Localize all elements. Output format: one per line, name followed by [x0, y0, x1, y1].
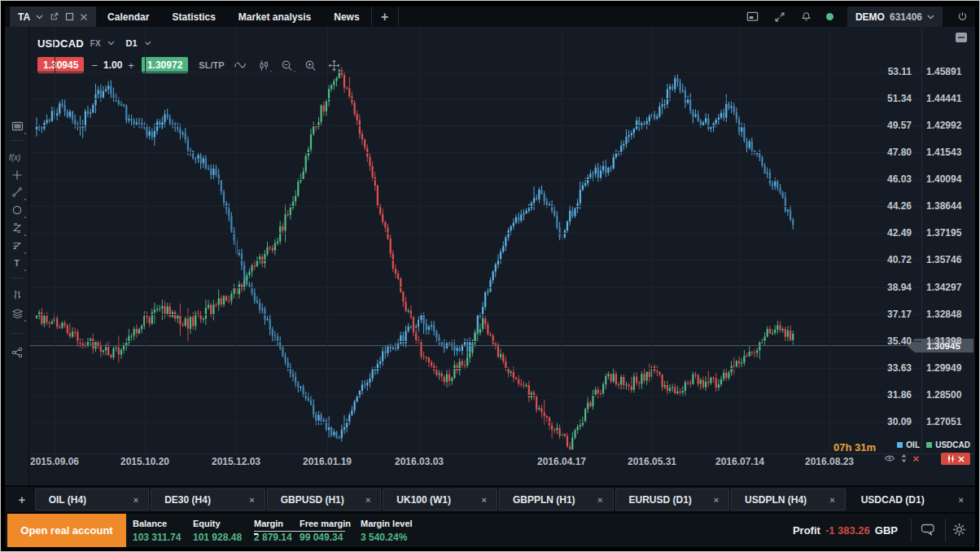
- top-tab-statistics[interactable]: Statistics: [160, 7, 226, 27]
- stat-value: 2 879.14: [254, 532, 292, 543]
- usdcad-axis-label: 1.38644: [926, 201, 961, 211]
- usdcad-axis-label: 1.41543: [926, 147, 961, 157]
- zoom-in-icon[interactable]: [303, 57, 319, 73]
- price-axis-line: [921, 27, 922, 453]
- pan-move-icon[interactable]: [326, 57, 343, 73]
- oil-axis-label: 44.26: [887, 201, 912, 211]
- text-tool-icon[interactable]: T: [7, 255, 27, 271]
- open-in-new-window-icon[interactable]: [49, 11, 59, 22]
- instrument-tab-de30-h4[interactable]: DE30 (H4)×: [151, 488, 265, 510]
- instrument-tab-usdpln-h4[interactable]: USDPLN (H4)×: [731, 488, 846, 510]
- account-number: 631406: [890, 11, 922, 23]
- legend-oil: OIL: [884, 440, 920, 464]
- stat-value: 103 311.74: [133, 532, 181, 543]
- close-chart-button[interactable]: [941, 453, 970, 465]
- top-tab-news[interactable]: News: [322, 7, 370, 27]
- eye-visibility-icon[interactable]: [884, 454, 895, 462]
- add-instrument-tab-button[interactable]: +: [10, 489, 34, 510]
- oil-axis-label: 38.94: [887, 283, 912, 292]
- crosshair-plus-icon[interactable]: [7, 167, 27, 183]
- fullscreen-icon[interactable]: [773, 11, 786, 24]
- share-icon[interactable]: [7, 344, 27, 361]
- volume-plus-button[interactable]: +: [128, 59, 134, 72]
- candlestick-chart: [29, 27, 975, 485]
- gridline-vertical: [562, 27, 562, 453]
- candle-countdown-timer: 07h 31m: [833, 441, 876, 453]
- candlestick-mode-icon[interactable]: [256, 57, 272, 73]
- usdcad-axis-label: 1.29949: [926, 363, 961, 373]
- chevron-down-icon[interactable]: [36, 15, 43, 20]
- workspace-tab[interactable]: TA: [10, 7, 96, 27]
- usdcad-axis-label: 1.27051: [926, 417, 961, 427]
- oil-axis-label: 40.72: [887, 255, 912, 265]
- chat-icon[interactable]: [920, 522, 938, 537]
- top-tab-market-analysis[interactable]: Market analysis: [227, 7, 322, 27]
- volume-minus-button[interactable]: −: [91, 59, 98, 72]
- sell-price-button[interactable]: 1.30945: [37, 57, 84, 73]
- remove-series-icon[interactable]: [912, 455, 920, 462]
- usdcad-axis-label: 1.35746: [926, 255, 961, 265]
- close-tab-icon[interactable]: ×: [597, 495, 602, 505]
- fibonacci-icon[interactable]: [7, 238, 27, 254]
- ellipse-shape-icon[interactable]: [7, 202, 27, 218]
- top-bar: TA CalendarStatisticsMarket analysisNews…: [5, 7, 975, 27]
- settings-gear-icon[interactable]: [952, 522, 967, 537]
- stat-label: Balance: [133, 519, 181, 528]
- sort-scale-icon[interactable]: [900, 453, 908, 463]
- account-selector[interactable]: DEMO 631406: [847, 7, 943, 27]
- gridline-horizontal: [29, 368, 921, 369]
- gridline-vertical: [652, 27, 653, 453]
- open-real-account-button[interactable]: Open real account: [7, 514, 126, 547]
- stat-value: 99 049.34: [300, 532, 351, 543]
- usdcad-axis-label: 1.31398: [926, 336, 961, 346]
- close-tab-icon[interactable]: ×: [249, 495, 254, 505]
- close-tab-icon[interactable]: ×: [959, 495, 964, 505]
- notifications-bell-icon[interactable]: [800, 11, 812, 23]
- close-tab-icon[interactable]: ×: [482, 495, 487, 505]
- instrument-tab-gbpusd-h1[interactable]: GBPUSD (H1)×: [267, 488, 382, 510]
- oil-axis-label: 33.63: [887, 363, 912, 373]
- instrument-tab-uk100-w1[interactable]: UK100 (W1)×: [383, 488, 497, 510]
- logout-power-icon[interactable]: [956, 11, 969, 23]
- trade-row: 1.30945 − 1.00 + 1.30972 SL/TP: [37, 57, 343, 73]
- close-tab-icon[interactable]: ×: [133, 495, 138, 505]
- buy-price-button[interactable]: 1.30972: [142, 57, 188, 73]
- zigzag-pattern-icon[interactable]: [7, 220, 27, 236]
- close-icon[interactable]: [80, 13, 88, 21]
- close-tab-icon[interactable]: ×: [829, 495, 834, 505]
- indicators-fx-icon[interactable]: f(x): [7, 149, 27, 165]
- top-tab-calendar[interactable]: Calendar: [96, 7, 160, 27]
- stat-value: 3 540.24%: [361, 532, 413, 543]
- instrument-tab-gbppln-h1[interactable]: GBPPLN (H1)×: [499, 488, 614, 510]
- maximize-icon[interactable]: [65, 12, 74, 21]
- oil-axis-label: 37.17: [887, 309, 912, 319]
- add-workspace-tab-button[interactable]: +: [371, 7, 399, 27]
- date-axis-label: 2016.07.14: [715, 456, 764, 467]
- instrument-tab-label: EURUSD (D1): [629, 494, 692, 506]
- instrument-tab-oil-h4[interactable]: OIL (H4)×: [35, 488, 150, 510]
- chevron-down-icon[interactable]: [107, 41, 115, 46]
- close-tab-icon[interactable]: ×: [714, 495, 719, 505]
- line-chart-mode-icon[interactable]: [232, 57, 248, 73]
- layers-icon[interactable]: [7, 305, 27, 322]
- margin-level-marker: [254, 533, 258, 535]
- gridline-horizontal: [29, 422, 921, 423]
- volume-value[interactable]: 1.00: [103, 59, 122, 71]
- oil-axis-label: 47.80: [887, 147, 912, 157]
- sltp-button[interactable]: SL/TP: [199, 60, 224, 70]
- gridline-horizontal: [29, 233, 921, 234]
- gridline-horizontal: [29, 152, 921, 153]
- close-tab-icon[interactable]: ×: [365, 495, 370, 505]
- instrument-tab-usdcad-d1[interactable]: USDCAD (D1)×: [847, 488, 974, 510]
- chart-panel[interactable]: 1.30945 USDCAD FX D1 1.30945 − 1.00 +: [29, 27, 975, 485]
- ohlc-compare-icon[interactable]: [7, 287, 27, 303]
- top-tabs: CalendarStatisticsMarket analysisNews: [96, 7, 370, 27]
- timeframe-label: D1: [126, 38, 138, 48]
- trendline-icon[interactable]: [7, 184, 27, 200]
- current-price-line: [29, 345, 921, 346]
- collapse-panel-button[interactable]: [956, 33, 967, 42]
- zoom-out-icon[interactable]: [279, 57, 295, 73]
- chart-display-icon[interactable]: [7, 118, 27, 134]
- window-layout-icon[interactable]: [746, 11, 759, 23]
- instrument-tab-eurusd-d1[interactable]: EURUSD (D1)×: [615, 488, 730, 510]
